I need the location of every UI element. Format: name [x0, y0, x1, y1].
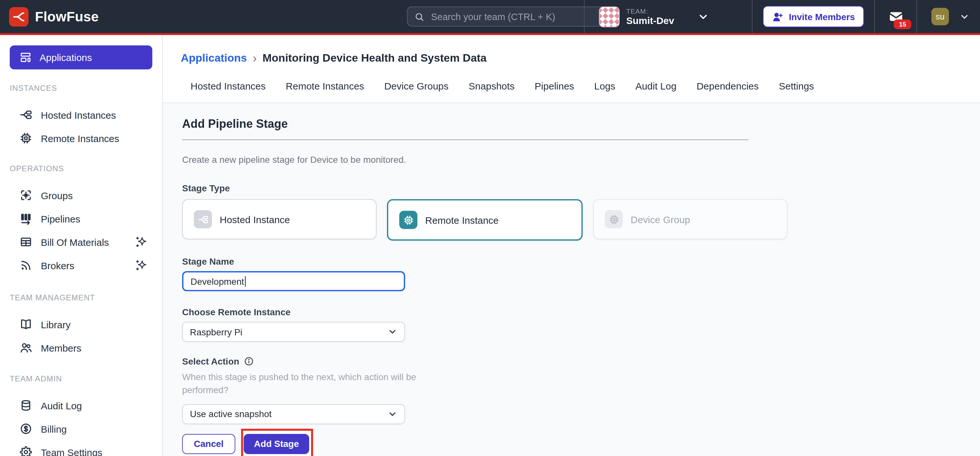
divider	[182, 139, 749, 140]
tab-hosted-instances[interactable]: Hosted Instances	[191, 80, 266, 91]
choose-remote-instance-label: Choose Remote Instance	[182, 307, 980, 317]
sidebar-item-pipelines[interactable]: Pipelines	[0, 207, 162, 230]
stage-type-hosted-instance[interactable]: Hosted Instance	[182, 199, 377, 239]
stage-type-device-group-disabled: Device Group	[593, 199, 788, 239]
tab-logs[interactable]: Logs	[594, 80, 616, 91]
user-avatar: su	[931, 8, 949, 25]
stage-name-input[interactable]: Development	[182, 271, 405, 291]
chevron-down-icon	[388, 327, 397, 336]
sidebar-item-brokers[interactable]: Brokers	[0, 254, 162, 277]
team-selector[interactable]: TEAM: Sumit-Dev	[585, 6, 752, 27]
sidebar-item-remote-instances[interactable]: Remote Instances	[0, 126, 162, 150]
bill-of-materials-icon	[19, 236, 32, 249]
sidebar-item-billing[interactable]: Billing	[0, 417, 162, 440]
sparkles-icon	[135, 259, 148, 272]
breadcrumb-applications-link[interactable]: Applications	[181, 52, 247, 65]
info-icon[interactable]	[244, 356, 254, 367]
page-title: Monitoring Device Health and System Data	[262, 52, 487, 65]
team-label: TEAM:	[626, 7, 674, 15]
sidebar-item-label: Team Settings	[41, 446, 102, 456]
add-stage-button[interactable]: Add Stage	[244, 434, 309, 454]
sidebar-item-label: Hosted Instances	[41, 109, 116, 120]
chevron-down-icon	[388, 409, 397, 419]
invite-members-button[interactable]: Invite Members	[763, 6, 864, 27]
sidebar-item-label: Members	[41, 342, 81, 353]
remote-instance-select[interactable]: Raspberry Pi	[182, 322, 405, 342]
team-name: Sumit-Dev	[626, 15, 674, 26]
sidebar-section-operations: OPERATIONS	[10, 164, 162, 173]
hosted-instances-icon	[19, 108, 32, 121]
form-description: Create a new pipeline stage for Device t…	[182, 155, 980, 165]
sidebar-item-team-settings[interactable]: Team Settings	[0, 440, 162, 456]
sidebar-item-library[interactable]: Library	[0, 313, 162, 336]
sidebar-item-label: Applications	[40, 52, 92, 63]
stage-type-label-hosted: Hosted Instance	[220, 214, 290, 225]
sidebar-item-label: Brokers	[41, 260, 74, 271]
notification-badge: 15	[894, 19, 911, 29]
cancel-button[interactable]: Cancel	[182, 434, 235, 454]
sidebar-item-label: Pipelines	[41, 213, 80, 224]
chevron-down-icon	[959, 11, 970, 22]
remote-instances-icon	[19, 132, 32, 145]
form-title: Add Pipeline Stage	[182, 117, 980, 131]
sidebar-item-bill-of-materials[interactable]: Bill Of Materials	[0, 230, 162, 254]
tab-snapshots[interactable]: Snapshots	[469, 80, 515, 91]
application-tabs: Hosted Instances Remote Instances Device…	[191, 80, 980, 91]
tab-audit-log[interactable]: Audit Log	[635, 80, 677, 91]
tab-remote-instances[interactable]: Remote Instances	[286, 80, 364, 91]
main-content: Applications › Monitoring Device Health …	[163, 35, 980, 456]
billing-icon	[19, 422, 32, 435]
tab-device-groups[interactable]: Device Groups	[384, 80, 449, 91]
flowfuse-logo[interactable]: FlowFuse	[0, 7, 99, 26]
stage-type-label-device-group: Device Group	[631, 214, 690, 225]
brand-name: FlowFuse	[35, 9, 99, 24]
sidebar-item-groups[interactable]: Groups	[0, 183, 162, 207]
team-avatar	[599, 6, 620, 27]
tab-dependencies[interactable]: Dependencies	[697, 80, 759, 91]
action-value: Use active snapshot	[190, 409, 272, 419]
select-action-label: Select Action	[182, 356, 980, 367]
stage-type-label-remote: Remote Instance	[425, 214, 499, 225]
groups-icon	[19, 189, 32, 202]
form-actions: Cancel Add Stage	[182, 434, 980, 454]
add-pipeline-stage-form: Add Pipeline Stage Create a new pipeline…	[163, 102, 980, 456]
flowfuse-logo-icon	[9, 7, 29, 26]
navbar-right-cluster: TEAM: Sumit-Dev Invite Members 15	[584, 0, 980, 33]
sidebar-item-label: Bill Of Materials	[41, 236, 109, 247]
chevron-down-icon	[698, 11, 710, 22]
hosted-instance-icon	[194, 210, 212, 228]
select-action-help: When this stage is pushed to the next, w…	[182, 370, 427, 397]
sidebar-item-hosted-instances[interactable]: Hosted Instances	[0, 103, 162, 126]
notifications-button[interactable]: 15	[875, 0, 916, 33]
sparkles-icon	[135, 236, 148, 249]
stage-name-value: Development	[191, 276, 244, 286]
action-select[interactable]: Use active snapshot	[182, 404, 405, 424]
sidebar-section-team-management: TEAM MANAGEMENT	[10, 293, 162, 302]
invite-members-label: Invite Members	[789, 11, 855, 22]
breadcrumb-separator: ›	[253, 53, 257, 64]
gear-icon	[19, 446, 32, 456]
tab-settings[interactable]: Settings	[779, 80, 814, 91]
sidebar: Applications INSTANCES Hosted Instances …	[0, 35, 163, 456]
sidebar-item-label: Remote Instances	[41, 132, 119, 143]
sidebar-item-applications[interactable]: Applications	[10, 45, 152, 69]
search-input[interactable]	[430, 11, 610, 22]
sidebar-item-label: Groups	[41, 190, 73, 201]
stage-type-label: Stage Type	[182, 183, 980, 193]
sidebar-section-team-admin: TEAM ADMIN	[10, 374, 162, 383]
brokers-icon	[19, 259, 32, 272]
sidebar-item-members[interactable]: Members	[0, 336, 162, 359]
user-menu[interactable]: su	[917, 8, 980, 25]
tab-pipelines[interactable]: Pipelines	[535, 80, 574, 91]
stage-name-label: Stage Name	[182, 256, 980, 266]
pipelines-icon	[19, 212, 32, 225]
sidebar-item-audit-log[interactable]: Audit Log	[0, 394, 162, 417]
sidebar-item-label: Billing	[41, 423, 67, 434]
remote-instance-value: Raspberry Pi	[190, 327, 242, 337]
stage-type-remote-instance-selected[interactable]: Remote Instance	[387, 199, 583, 241]
text-cursor	[245, 276, 246, 286]
stage-type-options: Hosted Instance Remote Instance Device G…	[182, 199, 980, 241]
remote-instance-icon	[399, 211, 417, 229]
top-navbar: FlowFuse TEAM: Sumit-Dev	[0, 0, 980, 35]
breadcrumb: Applications › Monitoring Device Health …	[181, 52, 980, 65]
